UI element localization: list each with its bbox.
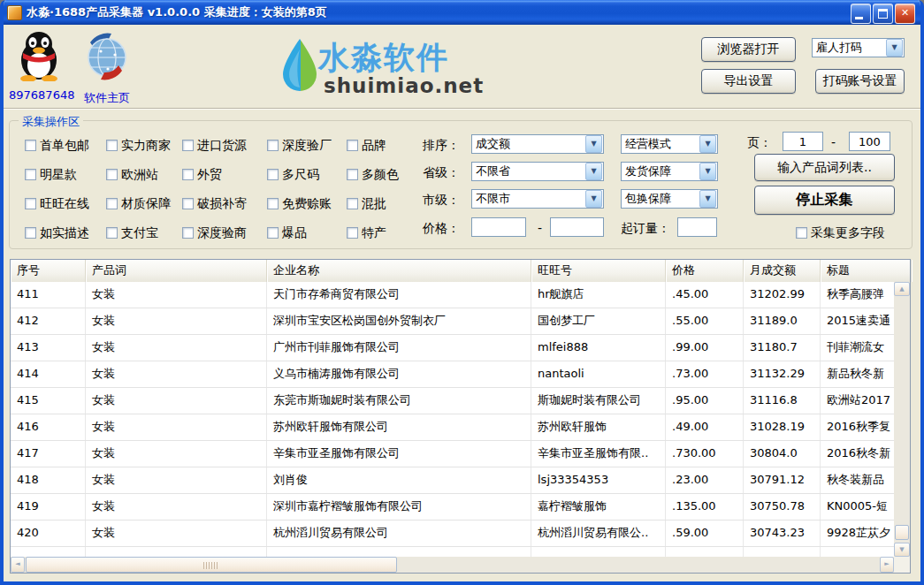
chevron-down-icon[interactable]: ▼ [886, 39, 903, 57]
column-header[interactable]: 价格 [666, 260, 744, 282]
chevron-down-icon[interactable]: ▼ [699, 190, 716, 208]
table-header: 序号产品词企业名称旺旺号价格月成交额标题 [11, 260, 910, 283]
cell-company: 东莞市斯珈妮时装有限公司 [267, 388, 531, 414]
filter-checkbox[interactable]: 欧洲站 [106, 167, 158, 182]
column-header[interactable]: 标题 [821, 260, 912, 282]
cell-company: 杭州滔川贸易有限公司 [267, 520, 531, 546]
water-drop-icon [281, 37, 318, 92]
table-row[interactable]: 413女装广州市刊菲服饰有限公司mlfei888.99.0031180.7刊菲潮… [11, 335, 910, 361]
price-label: 价格： [423, 221, 460, 237]
filter-checkbox[interactable]: 旺旺在线 [25, 196, 89, 211]
column-header[interactable]: 序号 [11, 260, 86, 282]
filter-checkbox-label: 首单包邮 [40, 138, 89, 154]
filter-checkbox[interactable]: 品牌 [347, 138, 386, 153]
cell-wangwang: 辛集市亚圣服饰有限.. [531, 441, 666, 467]
filter-checkbox[interactable]: 深度验厂 [267, 138, 332, 153]
cell-keyword: 女装 [86, 308, 267, 334]
filter-checkbox[interactable]: 特产 [347, 225, 386, 240]
filter-checkbox[interactable]: 混批 [347, 196, 386, 211]
captcha-mode-select[interactable]: 雇人打码 ▼ [812, 38, 905, 57]
filter-checkbox[interactable]: 多颜色 [347, 167, 399, 182]
filter-checkbox[interactable]: 进口货源 [182, 138, 247, 153]
logo-domain: shuimiao.net [324, 74, 484, 97]
cell-wangwang: 嘉柠褶皱服饰 [531, 494, 666, 520]
collect-more-fields-checkbox[interactable]: 采集更多字段 [796, 225, 885, 240]
chevron-down-icon[interactable]: ▼ [585, 163, 602, 180]
filter-checkbox[interactable]: 如实描述 [25, 225, 89, 240]
min-order-input[interactable] [677, 217, 717, 237]
page-from-input[interactable] [783, 132, 823, 151]
table-row[interactable]: 417女装辛集市亚圣服饰有限公司辛集市亚圣服饰有限...730.0030804.… [11, 441, 910, 467]
column-header[interactable]: 企业名称 [267, 260, 531, 282]
table-row[interactable]: 412女装深圳市宝安区松岗国创外贸制衣厂国创梦工厂.55.0031189.020… [11, 308, 910, 335]
filter-checkbox[interactable]: 首单包邮 [25, 138, 89, 153]
chevron-down-icon[interactable]: ▼ [699, 163, 716, 180]
filter-checkbox-label: 混批 [362, 196, 386, 212]
column-header[interactable]: 月成交额 [744, 260, 821, 282]
filter-checkbox[interactable]: 爆品 [267, 225, 307, 240]
price-max-input[interactable] [550, 217, 604, 237]
cell-price: .135.00 [666, 494, 744, 520]
filter-checkbox-label: 进口货源 [197, 138, 247, 154]
filter-checkbox[interactable]: 实力商家 [106, 138, 171, 153]
stop-collect-button[interactable]: 停止采集 [754, 186, 895, 215]
chevron-down-icon[interactable]: ▼ [585, 190, 602, 208]
qq-number-link[interactable]: 897687648 [9, 88, 73, 102]
page-to-input[interactable] [849, 132, 890, 151]
maximize-button[interactable] [873, 4, 893, 24]
scroll-down-icon[interactable]: ▼ [894, 543, 910, 557]
filter-checkbox[interactable]: 外贸 [182, 167, 222, 182]
empty-cell [11, 547, 86, 557]
checkbox-box [106, 227, 118, 239]
browser-open-button[interactable]: 浏览器打开 [701, 37, 796, 62]
filter-checkbox[interactable]: 材质保障 [106, 196, 171, 211]
table-row[interactable]: 416女装苏州欧轩服饰有限公司苏州欧轩服饰.49.0031028.192016秋… [11, 414, 910, 441]
table-row[interactable]: 419女装深圳市嘉柠褶皱服饰有限公司嘉柠褶皱服饰.135.0030750.78K… [11, 494, 910, 520]
checkbox-box [347, 169, 358, 180]
vertical-scroll-thumb[interactable] [895, 525, 909, 540]
homepage-link[interactable]: 软件主页 [81, 90, 133, 106]
cell-wangwang: hr舰旗店 [531, 282, 666, 308]
empty-cell [666, 547, 744, 557]
exchange-guarantee-select[interactable]: 包换保障 ▼ [621, 189, 718, 209]
cell-company: 深圳市宝安区松岗国创外贸制衣厂 [267, 308, 531, 334]
table-row[interactable]: 414女装义乌市楠涛服饰有限公司nantaoli.73.0031132.29新品… [11, 361, 910, 388]
filter-checkbox[interactable]: 明星款 [25, 167, 77, 182]
column-header[interactable]: 产品词 [86, 260, 267, 282]
scroll-up-icon[interactable]: ▲ [894, 282, 910, 296]
business-mode-select[interactable]: 经营模式 ▼ [621, 134, 718, 154]
chevron-down-icon[interactable]: ▼ [699, 135, 716, 153]
sort-label: 排序： [423, 138, 460, 154]
checkbox-box [182, 227, 194, 239]
filter-checkbox[interactable]: 破损补寄 [182, 196, 247, 211]
export-settings-button[interactable]: 导出设置 [701, 69, 796, 94]
table-row[interactable]: 418女装刘肖俊lsj33354353.23.0030791.12秋冬装新品 [11, 467, 910, 494]
filter-checkbox-label: 深度验厂 [282, 138, 332, 154]
close-button[interactable]: ✕ [895, 4, 915, 24]
vertical-scrollbar[interactable]: ▲ ▼ [894, 282, 910, 557]
scroll-left-icon[interactable]: ◄ [11, 557, 25, 573]
table-row[interactable]: 411女装天门市存希商贸有限公司hr舰旗店.45.0031202.99秋季高腰弹 [11, 282, 910, 308]
scroll-right-icon[interactable]: ► [880, 557, 894, 573]
province-select[interactable]: 不限省 ▼ [471, 162, 604, 181]
column-header[interactable]: 旺旺号 [531, 260, 666, 282]
filter-checkbox[interactable]: 深度验商 [182, 225, 247, 240]
minimize-button[interactable] [851, 4, 871, 24]
captcha-account-button[interactable]: 打码账号设置 [815, 69, 905, 94]
cell-wangwang: 杭州滔川贸易有限公.. [531, 520, 666, 546]
price-min-input[interactable] [471, 217, 526, 237]
sort-select[interactable]: 成交额 ▼ [471, 134, 604, 154]
table-row[interactable]: 420女装杭州滔川贸易有限公司杭州滔川贸易有限公...59.0030743.23… [11, 520, 910, 547]
title-bar[interactable]: 水淼·1688产品采集器 v1.0.0.0 采集进度：女装的第8页 ✕ [0, 0, 924, 25]
chevron-down-icon[interactable]: ▼ [585, 135, 602, 153]
shipping-guarantee-select[interactable]: 发货保障 ▼ [621, 162, 718, 181]
filter-checkbox[interactable]: 支付宝 [106, 225, 158, 240]
filter-checkbox[interactable]: 多尺码 [267, 167, 319, 182]
cell-price: .45.00 [666, 282, 744, 308]
city-select[interactable]: 不限市 ▼ [471, 189, 604, 209]
input-product-word-list-button[interactable]: 输入产品词列表.. [754, 154, 895, 181]
filter-checkbox[interactable]: 免费赊账 [267, 196, 332, 211]
table-row[interactable]: 415女装东莞市斯珈妮时装有限公司斯珈妮时装有限公司.95.0031116.8欧… [11, 388, 910, 414]
horizontal-scroll-thumb[interactable] [26, 557, 397, 573]
horizontal-scrollbar[interactable]: ◄ ► [11, 557, 894, 573]
